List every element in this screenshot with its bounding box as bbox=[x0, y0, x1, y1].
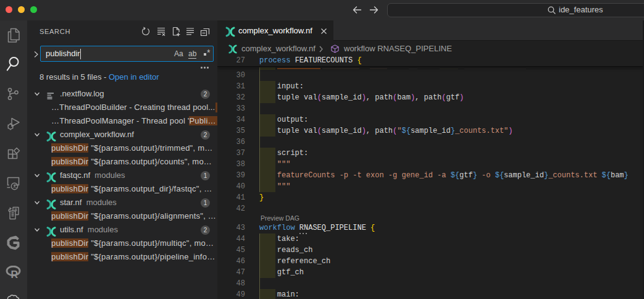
svg-text:R: R bbox=[11, 269, 19, 280]
